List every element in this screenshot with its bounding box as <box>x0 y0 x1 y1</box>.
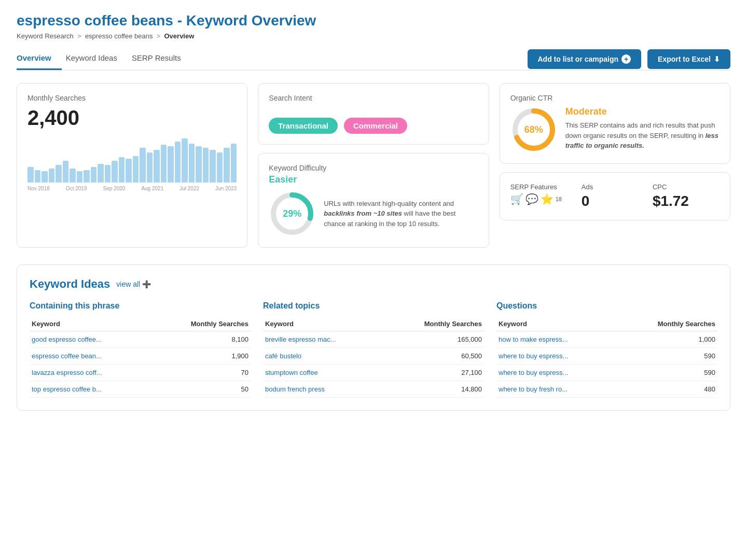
keyword-cell[interactable]: breville espresso mac... <box>263 331 384 348</box>
keyword-cell[interactable]: how to make espress... <box>496 331 617 348</box>
searches-cell: 8,100 <box>150 331 251 348</box>
breadcrumb-middle[interactable]: espresso coffee beans <box>85 32 153 40</box>
tab-serp-results[interactable]: SERP Results <box>132 48 191 70</box>
keyword-ideas-columns: Containing this phraseKeywordMonthly Sea… <box>30 301 717 398</box>
bar <box>42 171 48 183</box>
right-column: Organic CTR 68% Moderate This SERP conta… <box>500 83 730 248</box>
kd-content: 29% URLs with relevant high-quality cont… <box>269 190 478 237</box>
keyword-cell[interactable]: where to buy fresh ro... <box>496 381 617 398</box>
bar <box>161 145 167 183</box>
kd-donut: 29% <box>269 190 315 237</box>
search-intent-label: Search Intent <box>269 94 478 102</box>
ctr-rating: Moderate <box>565 106 720 117</box>
serp-features-label: SERP Features <box>510 183 577 191</box>
page-title: espresso coffee beans - Keyword Overview <box>17 12 730 29</box>
tabs-container: Overview Keyword Ideas SERP Results <box>17 48 196 70</box>
plus-icon: + <box>621 54 631 64</box>
bar <box>210 150 216 183</box>
table-row: breville espresso mac...165,000 <box>263 331 484 348</box>
keyword-ideas-title: Keyword Ideas <box>30 277 110 291</box>
serp-features-col: SERP Features 🛒 💬 ⭐ 18 <box>510 183 577 205</box>
bar <box>98 164 104 183</box>
ctr-description: This SERP contains ads and rich results … <box>565 120 720 151</box>
table-row: good espresso coffee...8,100 <box>30 331 251 348</box>
bar <box>203 148 209 183</box>
monthly-searches-value: 2,400 <box>27 106 237 130</box>
serp-count: 18 <box>556 196 562 202</box>
table-row: bodum french press14,800 <box>263 381 484 398</box>
kd-description: URLs with relevant high-quality content … <box>324 199 478 229</box>
ki-section-title: Related topics <box>263 301 484 311</box>
badge-commercial: Commercial <box>344 118 407 134</box>
bar <box>126 159 132 183</box>
keyword-cell[interactable]: top espresso coffee b... <box>30 381 150 398</box>
bar <box>77 171 83 183</box>
ki-table: KeywordMonthly Searchesbreville espresso… <box>263 317 484 398</box>
bar-chart <box>27 136 237 183</box>
table-row: stumptown coffee27,100 <box>263 365 484 381</box>
table-row: café bustelo60,500 <box>263 348 484 365</box>
header-row: Overview Keyword Ideas SERP Results Add … <box>17 48 730 71</box>
chart-label: Nov 2018 <box>27 186 50 191</box>
searches-cell: 27,100 <box>384 365 484 381</box>
keyword-ideas-col: Containing this phraseKeywordMonthly Sea… <box>30 301 251 398</box>
search-intent-card: Search Intent Transactional Commercial <box>258 83 489 145</box>
badge-transactional: Transactional <box>269 118 338 134</box>
bar <box>189 144 195 183</box>
organic-ctr-label: Organic CTR <box>510 94 720 102</box>
bar <box>147 152 153 183</box>
ki-col-searches-header: Monthly Searches <box>617 317 717 331</box>
cpc-col: CPC $1.72 <box>653 183 720 209</box>
ki-col-searches-header: Monthly Searches <box>150 317 251 331</box>
table-row: espresso coffee bean...1,900 <box>30 348 251 365</box>
bar <box>70 169 76 183</box>
ads-label: Ads <box>582 183 648 191</box>
keyword-cell[interactable]: café bustelo <box>263 348 384 365</box>
breadcrumb: Keyword Research > espresso coffee beans… <box>17 32 730 40</box>
ctr-header: 68% Moderate This SERP contains ads and … <box>510 106 720 153</box>
keyword-cell[interactable]: espresso coffee bean... <box>30 348 150 365</box>
kd-difficulty: Easier <box>269 174 478 185</box>
keyword-cell[interactable]: bodum french press <box>263 381 384 398</box>
bar <box>217 152 223 183</box>
serp-features-card: SERP Features 🛒 💬 ⭐ 18 Ads 0 CPC <box>500 172 730 220</box>
ads-col: Ads 0 <box>582 183 648 209</box>
bar <box>182 138 188 183</box>
ctr-donut: 68% <box>510 106 557 153</box>
ki-col-keyword-header: Keyword <box>30 317 150 331</box>
monthly-searches-card: Monthly Searches 2,400 Nov 2018Oct 2019S… <box>17 83 247 248</box>
add-to-list-label: Add to list or campaign <box>538 55 619 63</box>
keyword-cell[interactable]: stumptown coffee <box>263 365 384 381</box>
keyword-cell[interactable]: where to buy espress... <box>496 365 617 381</box>
searches-cell: 14,800 <box>384 381 484 398</box>
keyword-ideas-col: Related topicsKeywordMonthly Searchesbre… <box>263 301 484 398</box>
keyword-cell[interactable]: lavazza espresso coff... <box>30 365 150 381</box>
bar <box>27 167 34 183</box>
tab-keyword-ideas[interactable]: Keyword Ideas <box>66 48 128 70</box>
tab-overview[interactable]: Overview <box>17 48 62 70</box>
keyword-cell[interactable]: good espresso coffee... <box>30 331 150 348</box>
serp-grid: SERP Features 🛒 💬 ⭐ 18 Ads 0 CPC <box>510 183 720 209</box>
organic-ctr-card: Organic CTR 68% Moderate This SERP conta… <box>500 83 730 164</box>
bar <box>231 144 237 183</box>
bar <box>154 150 160 183</box>
middle-column: Search Intent Transactional Commercial K… <box>258 83 489 248</box>
chat-icon: 💬 <box>525 193 538 205</box>
bar <box>196 146 202 183</box>
cards-row: Monthly Searches 2,400 Nov 2018Oct 2019S… <box>17 83 730 248</box>
bar <box>84 170 90 183</box>
add-to-list-button[interactable]: Add to list or campaign + <box>528 49 642 69</box>
keyword-cell[interactable]: where to buy espress... <box>496 348 617 365</box>
intent-badges: Transactional Commercial <box>269 118 478 134</box>
export-button[interactable]: Export to Excel ⬇ <box>647 49 730 69</box>
table-row: lavazza espresso coff...70 <box>30 365 251 381</box>
searches-cell: 1,000 <box>617 331 717 348</box>
keyword-ideas-header: Keyword Ideas view all ➕ <box>30 277 717 291</box>
bar <box>119 157 125 183</box>
chart-label: Jun 2023 <box>215 186 237 191</box>
download-icon: ⬇ <box>714 55 720 63</box>
breadcrumb-root[interactable]: Keyword Research <box>17 32 74 40</box>
view-all-link[interactable]: view all ➕ <box>116 280 151 288</box>
bar <box>91 167 97 183</box>
cart-icon: 🛒 <box>510 193 523 205</box>
